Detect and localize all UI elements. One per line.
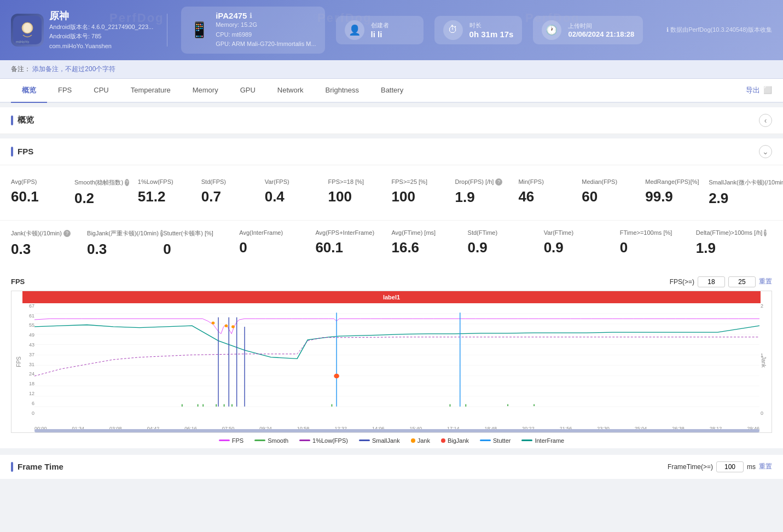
svg-rect-34 xyxy=(507,404,508,406)
metric-label: Var(FPS) xyxy=(265,178,320,185)
svg-point-22 xyxy=(212,321,215,324)
chart-legend: FPS Smooth 1%Low(FPS) SmallJank Jank Big… xyxy=(11,433,772,448)
metric-item: Smooth(稳帧指数)? 0.2 xyxy=(74,174,138,211)
ft-reset-btn[interactable]: 重置 xyxy=(759,462,772,471)
svg-text:miHoYo: miHoYo xyxy=(16,40,29,44)
creator-label: 创建者 xyxy=(371,21,389,30)
svg-rect-31 xyxy=(331,404,332,406)
svg-rect-32 xyxy=(450,404,451,406)
upload-value: 02/06/2024 21:18:28 xyxy=(568,30,634,38)
upload-card: 🕐 上传时间 02/06/2024 21:18:28 xyxy=(533,16,643,44)
metric-label: Smooth(稳帧指数)? xyxy=(74,178,129,187)
metric-item: Var(FTime) 0.9 xyxy=(544,225,620,262)
y-axis-left: 6761554943373124181260 xyxy=(24,303,34,416)
legend-bigjank: BigJank xyxy=(441,437,469,444)
legend-bigjank-label: BigJank xyxy=(448,437,469,444)
svg-rect-26 xyxy=(198,404,199,406)
tab-gpu[interactable]: GPU xyxy=(229,79,266,102)
chart-controls: FPS(>=) 重置 xyxy=(670,276,772,287)
legend-interframe-color xyxy=(521,440,532,441)
metric-item: Var(FPS) 0.4 xyxy=(265,174,328,211)
info-icon: ℹ xyxy=(250,11,252,20)
metric-item: SmallJank(微小卡顿)(/10min)? 2.9 xyxy=(709,174,772,211)
tab-memory[interactable]: Memory xyxy=(182,79,229,102)
legend-stutter-label: Stutter xyxy=(493,437,511,444)
help-icon[interactable]: ? xyxy=(125,179,129,186)
fps-gte-label: FPS(>=) xyxy=(670,278,694,286)
metric-label: BigJank(严重卡顿)(/10min)? xyxy=(87,229,154,238)
metric-label: FPS>=18 [%] xyxy=(328,178,383,185)
metric-value: 0.9 xyxy=(544,239,611,256)
overview-collapse-btn[interactable]: ‹ xyxy=(759,114,772,127)
metric-item: Avg(FPS+InterFrame) 60.1 xyxy=(315,225,391,262)
fps-y-label: FPS xyxy=(16,356,22,367)
metric-item: Min(FPS) 46 xyxy=(518,174,582,211)
svg-rect-30 xyxy=(231,404,233,406)
version-note: ℹ 数据由PerfDog(10.3.240548)版本收集 xyxy=(666,26,772,34)
export-button[interactable]: 导出 ⬜ xyxy=(746,85,772,95)
tab-network[interactable]: Network xyxy=(266,79,315,102)
tab-brightness[interactable]: Brightness xyxy=(315,79,370,102)
metric-value: 0.9 xyxy=(468,239,535,256)
divider-1 xyxy=(167,14,167,47)
metric-label: SmallJank(微小卡顿)(/10min)? xyxy=(709,178,763,187)
device-id: iPA2475 xyxy=(216,11,247,20)
metric-value: 60.1 xyxy=(315,239,382,256)
metric-value: 1.9 xyxy=(696,240,763,257)
tab-fps[interactable]: FPS xyxy=(47,79,83,102)
fps-header: FPS ⌄ xyxy=(0,138,783,165)
duration-label: 时长 xyxy=(469,21,514,30)
overview-section: 概览 ‹ xyxy=(0,107,783,134)
metric-item: MedRange(FPS)[%] 99.9 xyxy=(645,174,709,211)
ft-unit: ms xyxy=(747,463,756,471)
fps-collapse-btn[interactable]: ⌄ xyxy=(759,145,772,158)
legend-interframe: InterFrame xyxy=(521,437,564,444)
svg-point-24 xyxy=(231,325,235,328)
metric-item: Jank(卡顿)(/10min)? 0.3 xyxy=(11,225,87,262)
fps-metrics-row1: Avg(FPS) 60.1 Smooth(稳帧指数)? 0.2 1%Low(FP… xyxy=(0,165,783,220)
metric-value: 99.9 xyxy=(645,188,700,205)
legend-interframe-label: InterFrame xyxy=(535,437,564,444)
note-prefix: 备注： xyxy=(11,65,31,73)
overview-header: 概览 ‹ xyxy=(0,107,783,134)
metric-value: 100 xyxy=(392,188,446,205)
legend-1plow-color xyxy=(299,440,310,441)
chart-scrollbar[interactable] xyxy=(34,429,759,432)
tab-cpu[interactable]: CPU xyxy=(83,79,119,102)
frame-time-header: Frame Time FrameTime(>=) ms 重置 xyxy=(0,455,783,479)
metric-value: 0.4 xyxy=(265,188,320,205)
metric-item: BigJank(严重卡顿)(/10min)? 0.3 xyxy=(87,225,163,262)
fps-threshold-2[interactable] xyxy=(728,276,756,287)
tab-overview[interactable]: 概览 xyxy=(11,79,47,103)
chart-reset-btn[interactable]: 重置 xyxy=(759,277,772,286)
metric-value: 0 xyxy=(239,239,306,256)
tab-battery[interactable]: Battery xyxy=(370,79,414,102)
metric-label: Stutter(卡顿率) [%] xyxy=(163,229,230,238)
tab-temperature[interactable]: Temperature xyxy=(120,79,182,102)
help-icon[interactable]: ? xyxy=(764,229,767,236)
note-bar: 备注： 添加备注，不超过200个字符 xyxy=(0,60,783,79)
metric-item: Drop(FPS) [/h]? 1.9 xyxy=(455,174,518,211)
fps-threshold-1[interactable] xyxy=(698,276,725,287)
note-link[interactable]: 添加备注，不超过200个字符 xyxy=(32,65,115,73)
metric-label: Min(FPS) xyxy=(518,178,573,185)
metric-item: FPS>=18 [%] 100 xyxy=(328,174,392,211)
svg-rect-27 xyxy=(202,404,204,406)
svg-rect-25 xyxy=(182,404,183,406)
legend-jank: Jank xyxy=(411,437,430,444)
metric-label: Avg(FPS+InterFrame) xyxy=(315,229,382,236)
metric-label: Std(FTime) xyxy=(468,229,535,236)
metric-label: MedRange(FPS)[%] xyxy=(645,178,700,185)
clock-icon: ⏱ xyxy=(443,20,463,40)
app-name: 原神 xyxy=(49,9,153,22)
help-icon[interactable]: ? xyxy=(63,230,71,237)
jank-y-label: Jank xyxy=(761,356,767,367)
svg-point-21 xyxy=(334,374,339,379)
creator-value: li li xyxy=(371,30,389,39)
metric-item: 1%Low(FPS) 51.2 xyxy=(138,174,201,211)
help-icon[interactable]: ? xyxy=(160,230,163,237)
metric-label: Avg(InterFrame) xyxy=(239,229,306,236)
help-icon[interactable]: ? xyxy=(495,178,502,186)
overview-title: 概览 xyxy=(11,115,34,125)
ft-threshold[interactable] xyxy=(716,461,744,472)
